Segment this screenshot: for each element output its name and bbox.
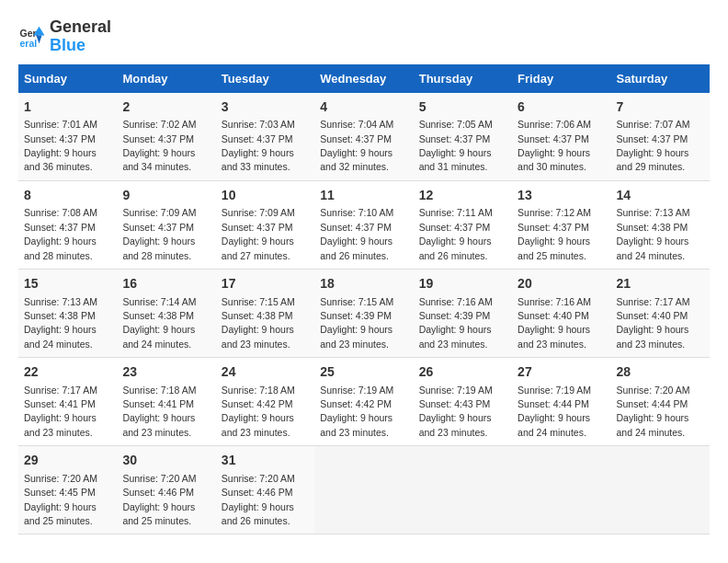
day-number: 26 — [419, 363, 506, 382]
day-header-wednesday: Wednesday — [314, 64, 413, 93]
day-info: Sunrise: 7:15 AMSunset: 4:39 PMDaylight:… — [320, 296, 393, 350]
day-cell: 31 Sunrise: 7:20 AMSunset: 4:46 PMDaylig… — [216, 446, 314, 534]
week-row-4: 22 Sunrise: 7:17 AMSunset: 4:41 PMDaylig… — [18, 358, 710, 446]
day-info: Sunrise: 7:12 AMSunset: 4:37 PMDaylight:… — [518, 207, 591, 260]
day-number: 16 — [122, 275, 210, 293]
day-header-sunday: Sunday — [18, 64, 117, 93]
day-number: 1 — [24, 98, 111, 117]
day-number: 27 — [518, 363, 605, 382]
day-cell: 22 Sunrise: 7:17 AMSunset: 4:41 PMDaylig… — [18, 358, 117, 446]
day-number: 25 — [320, 363, 407, 382]
day-header-monday: Monday — [117, 64, 215, 93]
week-row-2: 8 Sunrise: 7:08 AMSunset: 4:37 PMDayligh… — [18, 180, 710, 269]
calendar-header: SundayMondayTuesdayWednesdayThursdayFrid… — [18, 64, 710, 93]
day-info: Sunrise: 7:16 AMSunset: 4:40 PMDaylight:… — [518, 296, 591, 350]
day-cell: 7 Sunrise: 7:07 AMSunset: 4:37 PMDayligh… — [611, 93, 710, 181]
day-cell: 13 Sunrise: 7:12 AMSunset: 4:37 PMDaylig… — [512, 180, 610, 269]
day-number: 20 — [518, 275, 605, 293]
logo: Gen eral General Blue — [18, 18, 111, 55]
day-info: Sunrise: 7:03 AMSunset: 4:37 PMDaylight:… — [222, 119, 295, 172]
day-cell: 19 Sunrise: 7:16 AMSunset: 4:39 PMDaylig… — [414, 269, 512, 357]
day-number: 4 — [320, 98, 407, 117]
day-number: 9 — [122, 187, 210, 205]
day-cell — [611, 446, 710, 534]
day-cell: 4 Sunrise: 7:04 AMSunset: 4:37 PMDayligh… — [314, 93, 413, 181]
day-info: Sunrise: 7:11 AMSunset: 4:37 PMDaylight:… — [419, 207, 493, 260]
day-number: 8 — [24, 187, 111, 205]
day-number: 12 — [419, 187, 506, 205]
day-info: Sunrise: 7:13 AMSunset: 4:38 PMDaylight:… — [617, 207, 690, 260]
day-info: Sunrise: 7:09 AMSunset: 4:37 PMDaylight:… — [222, 207, 295, 260]
day-info: Sunrise: 7:13 AMSunset: 4:38 PMDaylight:… — [24, 296, 97, 350]
calendar-table: SundayMondayTuesdayWednesdayThursdayFrid… — [18, 64, 710, 535]
day-cell: 23 Sunrise: 7:18 AMSunset: 4:41 PMDaylig… — [117, 358, 215, 446]
day-cell — [414, 446, 512, 534]
day-cell: 20 Sunrise: 7:16 AMSunset: 4:40 PMDaylig… — [512, 269, 610, 357]
day-cell: 16 Sunrise: 7:14 AMSunset: 4:38 PMDaylig… — [117, 269, 215, 357]
day-header-saturday: Saturday — [611, 64, 710, 93]
day-cell — [314, 446, 413, 534]
day-cell: 15 Sunrise: 7:13 AMSunset: 4:38 PMDaylig… — [18, 269, 117, 357]
day-info: Sunrise: 7:09 AMSunset: 4:37 PMDaylight:… — [122, 207, 196, 260]
day-info: Sunrise: 7:19 AMSunset: 4:43 PMDaylight:… — [419, 385, 493, 438]
day-header-tuesday: Tuesday — [216, 64, 314, 93]
week-row-1: 1 Sunrise: 7:01 AMSunset: 4:37 PMDayligh… — [18, 93, 710, 181]
day-info: Sunrise: 7:20 AMSunset: 4:46 PMDaylight:… — [122, 473, 196, 526]
day-info: Sunrise: 7:05 AMSunset: 4:37 PMDaylight:… — [419, 119, 493, 172]
day-info: Sunrise: 7:14 AMSunset: 4:38 PMDaylight:… — [122, 296, 196, 350]
day-info: Sunrise: 7:19 AMSunset: 4:44 PMDaylight:… — [518, 385, 591, 438]
day-info: Sunrise: 7:20 AMSunset: 4:45 PMDaylight:… — [24, 473, 97, 526]
day-info: Sunrise: 7:18 AMSunset: 4:42 PMDaylight:… — [222, 385, 295, 438]
day-info: Sunrise: 7:01 AMSunset: 4:37 PMDaylight:… — [24, 119, 97, 172]
day-number: 28 — [617, 363, 704, 382]
day-cell: 9 Sunrise: 7:09 AMSunset: 4:37 PMDayligh… — [117, 180, 215, 269]
day-info: Sunrise: 7:18 AMSunset: 4:41 PMDaylight:… — [122, 385, 196, 438]
day-number: 13 — [518, 187, 605, 205]
day-cell: 29 Sunrise: 7:20 AMSunset: 4:45 PMDaylig… — [18, 446, 117, 534]
day-info: Sunrise: 7:16 AMSunset: 4:39 PMDaylight:… — [419, 296, 493, 350]
day-number: 30 — [122, 452, 210, 470]
day-cell: 26 Sunrise: 7:19 AMSunset: 4:43 PMDaylig… — [414, 358, 512, 446]
day-number: 3 — [222, 98, 309, 117]
day-number: 21 — [617, 275, 704, 293]
day-number: 31 — [222, 452, 309, 470]
day-number: 6 — [518, 98, 605, 117]
page-header: Gen eral General Blue — [18, 18, 710, 55]
day-cell: 25 Sunrise: 7:19 AMSunset: 4:42 PMDaylig… — [314, 358, 413, 446]
day-number: 10 — [222, 187, 309, 205]
day-number: 7 — [617, 98, 704, 117]
day-cell: 5 Sunrise: 7:05 AMSunset: 4:37 PMDayligh… — [414, 93, 512, 181]
svg-marker-3 — [37, 35, 42, 43]
day-cell: 1 Sunrise: 7:01 AMSunset: 4:37 PMDayligh… — [18, 93, 117, 181]
day-info: Sunrise: 7:17 AMSunset: 4:41 PMDaylight:… — [24, 385, 97, 438]
day-info: Sunrise: 7:15 AMSunset: 4:38 PMDaylight:… — [222, 296, 295, 350]
day-info: Sunrise: 7:02 AMSunset: 4:37 PMDaylight:… — [122, 119, 196, 172]
day-cell: 10 Sunrise: 7:09 AMSunset: 4:37 PMDaylig… — [216, 180, 314, 269]
day-cell: 18 Sunrise: 7:15 AMSunset: 4:39 PMDaylig… — [314, 269, 413, 357]
day-number: 24 — [222, 363, 309, 382]
day-cell: 21 Sunrise: 7:17 AMSunset: 4:40 PMDaylig… — [611, 269, 710, 357]
day-cell: 12 Sunrise: 7:11 AMSunset: 4:37 PMDaylig… — [414, 180, 512, 269]
day-cell: 30 Sunrise: 7:20 AMSunset: 4:46 PMDaylig… — [117, 446, 215, 534]
day-number: 11 — [320, 187, 407, 205]
day-number: 18 — [320, 275, 407, 293]
week-row-3: 15 Sunrise: 7:13 AMSunset: 4:38 PMDaylig… — [18, 269, 710, 357]
day-cell: 27 Sunrise: 7:19 AMSunset: 4:44 PMDaylig… — [512, 358, 610, 446]
day-number: 19 — [419, 275, 506, 293]
day-number: 5 — [419, 98, 506, 117]
day-info: Sunrise: 7:06 AMSunset: 4:37 PMDaylight:… — [518, 119, 591, 172]
day-header-thursday: Thursday — [414, 64, 512, 93]
day-number: 29 — [24, 452, 111, 470]
day-cell: 17 Sunrise: 7:15 AMSunset: 4:38 PMDaylig… — [216, 269, 314, 357]
week-row-5: 29 Sunrise: 7:20 AMSunset: 4:45 PMDaylig… — [18, 446, 710, 534]
day-info: Sunrise: 7:20 AMSunset: 4:46 PMDaylight:… — [222, 473, 295, 526]
svg-text:eral: eral — [20, 37, 38, 48]
day-number: 14 — [617, 187, 704, 205]
day-info: Sunrise: 7:17 AMSunset: 4:40 PMDaylight:… — [617, 296, 690, 350]
day-number: 17 — [222, 275, 309, 293]
day-info: Sunrise: 7:20 AMSunset: 4:44 PMDaylight:… — [617, 385, 690, 438]
day-header-friday: Friday — [512, 64, 610, 93]
day-cell: 11 Sunrise: 7:10 AMSunset: 4:37 PMDaylig… — [314, 180, 413, 269]
day-info: Sunrise: 7:04 AMSunset: 4:37 PMDaylight:… — [320, 119, 393, 172]
day-cell: 3 Sunrise: 7:03 AMSunset: 4:37 PMDayligh… — [216, 93, 314, 181]
